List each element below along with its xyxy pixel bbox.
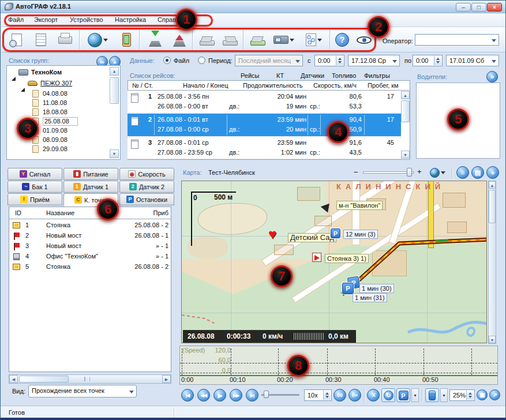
drivers-expand-button[interactable]: » xyxy=(486,71,498,82)
minimize-button[interactable]: – xyxy=(456,3,471,12)
col-name[interactable]: Название xyxy=(46,209,74,216)
open-external-button[interactable]: ↗ xyxy=(489,389,500,400)
col-num[interactable]: № / Ст. xyxy=(132,82,153,89)
parking-marker-icon[interactable]: P xyxy=(331,228,340,238)
col-id[interactable]: ID xyxy=(15,209,21,216)
tab-trips[interactable]: Рейсы xyxy=(241,72,260,79)
vehicle-button[interactable] xyxy=(269,29,298,50)
pin-track-button[interactable]: × xyxy=(367,389,380,402)
tree-date-item[interactable]: 11.08.08 xyxy=(43,99,67,106)
period-select[interactable]: Последний месяц xyxy=(235,55,303,66)
map-zoom-spinner[interactable]: 25% xyxy=(449,389,475,401)
close-button[interactable]: × xyxy=(487,3,502,12)
heart-marker-icon[interactable]: ♥ xyxy=(268,226,276,242)
point-row[interactable]: 2Новый мост26.08.08 - 1 xyxy=(9,231,171,242)
tab-sensor2[interactable]: 2Датчик 2 xyxy=(119,181,174,193)
export-track-button[interactable] xyxy=(168,29,191,50)
playback-rewind-button[interactable]: ◀◀ xyxy=(197,389,210,402)
scrollbar-thumb[interactable] xyxy=(401,100,410,122)
print-button[interactable] xyxy=(54,29,77,50)
stoyanka-marker-icon[interactable] xyxy=(312,253,321,262)
maximize-button[interactable]: □ xyxy=(471,3,486,12)
show-parkings-toggle[interactable]: P xyxy=(396,388,410,402)
operator-select[interactable] xyxy=(415,34,499,46)
tab-stops[interactable]: PОстановки xyxy=(119,193,174,205)
zoom-slider-thumb[interactable] xyxy=(407,168,412,177)
playback-to-start-button[interactable]: |◀ xyxy=(181,389,194,402)
map-vscrollbar[interactable]: ▲ ▼ xyxy=(488,181,496,344)
menu-device[interactable]: Устройство xyxy=(70,16,103,23)
radio-file[interactable] xyxy=(163,57,171,64)
zoom-in-button[interactable]: + xyxy=(417,167,422,176)
goto-start-time-button[interactable]: 00 xyxy=(333,389,346,402)
parking-marker-icon[interactable]: P xyxy=(342,283,354,294)
goto-prev-button[interactable]: 0« xyxy=(348,389,361,402)
device-config-button[interactable] xyxy=(246,29,269,50)
point-row[interactable]: 4Офис "ТехноКом"» - 1 xyxy=(9,252,171,262)
tree-date-item[interactable]: 08.09.08 xyxy=(43,136,68,143)
menu-export[interactable]: Экспорт xyxy=(34,16,58,23)
write-device-button[interactable] xyxy=(219,29,242,50)
col-mileage[interactable]: Пробег, км xyxy=(368,82,399,89)
tab-sensor1[interactable]: 1Датчик 1 xyxy=(63,181,118,193)
point-row[interactable]: 5Стоянка26.08.08 - 2 xyxy=(9,262,171,273)
map-canvas[interactable]: КАЛИНИНСКИЙ 0 500 м м-н "Вавилон" ♥ Детс… xyxy=(181,181,487,343)
tab-kt[interactable]: КТ xyxy=(276,72,284,79)
point-row[interactable]: 3Новый мост» - 1 xyxy=(9,242,171,252)
waypoints-button[interactable] xyxy=(299,29,328,50)
tab-signal[interactable]: YСигнал xyxy=(8,168,62,180)
playback-speed-spinner[interactable]: 10x xyxy=(304,389,332,401)
spinner-arrows-icon[interactable] xyxy=(434,56,441,65)
menu-settings[interactable]: Настройка xyxy=(115,16,146,23)
zoom-out-button[interactable]: − xyxy=(354,168,358,177)
tab-speed[interactable]: ◉Скорость xyxy=(119,168,174,180)
tab-sensors[interactable]: Датчики xyxy=(301,72,324,79)
trip-row[interactable]: 1 25.08.08 - 3:56 пн 26.08.08 - 0:00 вт … xyxy=(128,91,401,114)
tree-date-item[interactable]: 18.08.08 xyxy=(43,108,68,115)
read-device-button[interactable] xyxy=(196,29,219,50)
map-zoom-slider[interactable] xyxy=(363,171,414,174)
tab-reception[interactable]: !Приём xyxy=(8,193,62,205)
from-time-spinner[interactable]: 0:00 xyxy=(314,55,344,66)
parkings-dropdown-button[interactable]: ▾ xyxy=(411,388,419,402)
points-hscrollbar[interactable]: ◀ ▶ xyxy=(9,374,171,384)
spinner-arrows-icon[interactable] xyxy=(323,391,331,400)
document-button[interactable] xyxy=(29,29,53,50)
tree-date-item-selected[interactable]: 25.08.08 xyxy=(43,117,78,126)
tree-expand-arrow[interactable] xyxy=(12,70,16,77)
playback-to-end-button[interactable]: ▶| xyxy=(246,389,258,402)
trip-row-selected[interactable]: 2 26.08.08 - 0:01 вт 27.08.08 - 0:00 ср … xyxy=(128,114,401,137)
tree-date-item[interactable]: 29.09.08 xyxy=(43,145,68,152)
tab-power[interactable]: ▮Питание xyxy=(63,168,118,180)
tree-node-vehicle[interactable]: ПЕЖО 307 xyxy=(40,80,72,87)
col-arrival[interactable]: Приб xyxy=(153,209,168,216)
map-tool-print-button[interactable]: ≡ xyxy=(456,166,469,179)
report-button[interactable] xyxy=(5,29,28,50)
gps-device-button[interactable] xyxy=(115,29,138,50)
device-dropdown-button[interactable]: ▾ xyxy=(440,388,448,402)
trip-row[interactable]: 3 27.08.08 - 0:01 ср 27.08.08 - 23:59 ср… xyxy=(128,137,401,159)
scroll-up-button[interactable]: ▲ xyxy=(401,91,410,99)
col-speed[interactable]: Скорость, км/ч xyxy=(313,82,357,89)
map-globe-button[interactable] xyxy=(430,167,447,179)
tab-fuel[interactable]: Топливо xyxy=(332,72,356,79)
playback-forward-button[interactable]: ▶▶ xyxy=(230,389,242,402)
show-track-toggle[interactable]: ↻ xyxy=(381,388,395,402)
playback-slider-thumb[interactable] xyxy=(264,391,269,398)
scroll-down-button[interactable]: ▼ xyxy=(401,151,410,159)
tree-date-item[interactable]: 01.09.08 xyxy=(43,127,68,134)
speed-graph[interactable]: (Speed) 120,0 60,0 0,0 0:00 00:10 00:20 … xyxy=(179,346,498,385)
from-date-select[interactable]: 17.12.08 Ср xyxy=(348,55,400,66)
tab-filters[interactable]: Фильтры xyxy=(364,72,390,79)
to-date-select[interactable]: 17.01.09 Сб xyxy=(446,55,499,66)
col-duration[interactable]: Продолжительность xyxy=(243,82,302,89)
playback-play-button[interactable]: ▶ xyxy=(213,389,226,402)
tab-tank1[interactable]: ~Бак 1 xyxy=(8,181,62,193)
menu-file[interactable]: Файл xyxy=(8,16,24,23)
map-tool-legend-button[interactable]: ▤ xyxy=(471,166,484,179)
map-tool-center-button[interactable]: + xyxy=(486,166,499,179)
tree-expand-arrow[interactable] xyxy=(21,81,25,88)
scrollbar-thumb[interactable] xyxy=(110,77,119,104)
help-button[interactable]: ? xyxy=(332,29,353,50)
spinner-arrows-icon[interactable] xyxy=(336,56,343,65)
